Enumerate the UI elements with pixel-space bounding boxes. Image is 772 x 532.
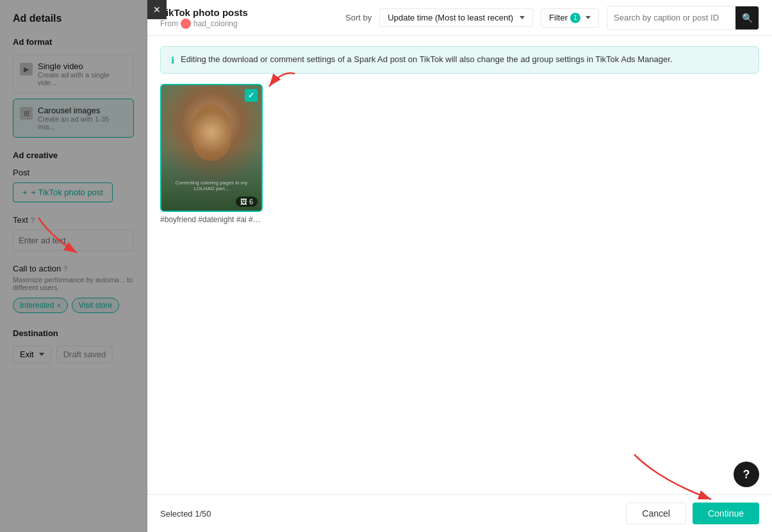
search-input[interactable]: [607, 9, 735, 26]
avatar: [181, 19, 191, 29]
close-icon: ✕: [153, 4, 161, 15]
post-card[interactable]: Correcting coloring pages in my LOLHAD p…: [160, 84, 263, 224]
modal-title: TikTok photo posts: [160, 7, 248, 18]
sort-select[interactable]: Update time (Most to least recent): [379, 8, 533, 27]
image-icon: 🖼: [240, 198, 247, 206]
modal-title-area: TikTok photo posts From had_coloring: [160, 7, 248, 29]
info-text: Editing the download or comment settings…: [181, 54, 672, 64]
help-icon: ?: [743, 468, 750, 481]
username: had_coloring: [193, 19, 238, 28]
footer-buttons: Cancel Continue: [626, 503, 759, 524]
modal-body: ℹ Editing the download or comment settin…: [147, 36, 772, 494]
modal-footer: Selected 1/50 Cancel Continue: [147, 494, 772, 532]
count-value: 6: [249, 198, 253, 206]
info-banner: ℹ Editing the download or comment settin…: [160, 46, 759, 74]
sort-by-label: Sort by: [345, 13, 372, 22]
post-grid: Correcting coloring pages in my LOLHAD p…: [160, 84, 759, 224]
check-icon: ✓: [248, 91, 254, 100]
post-caption: #boyfriend #datenight #ai #c...: [160, 215, 263, 224]
filter-chevron-icon: [586, 16, 591, 19]
help-button[interactable]: ?: [734, 462, 759, 487]
sort-chevron-icon: [520, 16, 525, 19]
filter-button[interactable]: Filter 1: [541, 8, 599, 28]
tiktok-photo-posts-modal: TikTok photo posts From had_coloring Sor…: [147, 0, 772, 532]
modal-from: From had_coloring: [160, 19, 248, 29]
search-icon: 🔍: [742, 13, 753, 23]
info-icon: ℹ: [171, 55, 174, 65]
sort-value: Update time (Most to least recent): [388, 13, 513, 22]
cancel-button[interactable]: Cancel: [626, 503, 686, 524]
filter-badge: 1: [570, 13, 580, 23]
header-controls: Sort by Update time (Most to least recen…: [345, 6, 759, 30]
post-image: Correcting coloring pages in my LOLHAD p…: [160, 84, 263, 212]
continue-button[interactable]: Continue: [693, 503, 759, 524]
filter-label: Filter: [549, 13, 568, 22]
selected-count: Selected 1/50: [160, 509, 211, 519]
search-box: 🔍: [607, 6, 759, 30]
post-thumbnail: [161, 85, 261, 211]
close-modal-button[interactable]: ✕: [147, 0, 167, 19]
post-image-count: 🖼 6: [236, 197, 258, 207]
search-button[interactable]: 🔍: [735, 6, 759, 29]
post-selected-checkbox[interactable]: ✓: [245, 89, 258, 102]
post-overlay: Correcting coloring pages in my LOLHAD p…: [161, 180, 261, 191]
modal-header: TikTok photo posts From had_coloring Sor…: [147, 0, 772, 36]
